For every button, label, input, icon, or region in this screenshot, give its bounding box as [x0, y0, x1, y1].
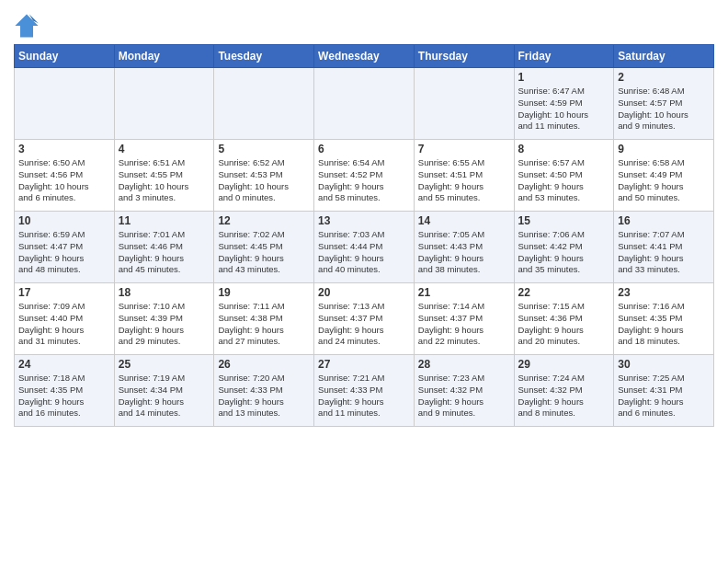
day-number: 15 — [518, 214, 610, 227]
day-cell: 17Sunrise: 7:09 AM Sunset: 4:40 PM Dayli… — [15, 283, 115, 355]
day-cell: 25Sunrise: 7:19 AM Sunset: 4:34 PM Dayli… — [114, 355, 214, 427]
day-info: Sunrise: 6:50 AM Sunset: 4:56 PM Dayligh… — [18, 157, 110, 204]
day-info: Sunrise: 6:59 AM Sunset: 4:47 PM Dayligh… — [18, 229, 110, 276]
day-info: Sunrise: 6:54 AM Sunset: 4:52 PM Dayligh… — [318, 157, 410, 204]
day-info: Sunrise: 7:03 AM Sunset: 4:44 PM Dayligh… — [318, 229, 410, 276]
day-info: Sunrise: 7:10 AM Sunset: 4:39 PM Dayligh… — [119, 301, 210, 348]
day-info: Sunrise: 7:25 AM Sunset: 4:31 PM Dayligh… — [618, 373, 710, 419]
day-cell: 8Sunrise: 6:57 AM Sunset: 4:50 PM Daylig… — [514, 140, 614, 212]
day-number: 27 — [318, 358, 410, 371]
day-info: Sunrise: 6:47 AM Sunset: 4:59 PM Dayligh… — [518, 86, 610, 132]
day-info: Sunrise: 6:51 AM Sunset: 4:55 PM Dayligh… — [119, 157, 210, 204]
day-number: 6 — [318, 143, 410, 155]
day-cell: 21Sunrise: 7:14 AM Sunset: 4:37 PM Dayli… — [414, 283, 514, 355]
day-number: 13 — [318, 214, 410, 227]
day-info: Sunrise: 7:11 AM Sunset: 4:38 PM Dayligh… — [218, 301, 310, 348]
weekday-header-tuesday: Tuesday — [214, 45, 314, 68]
day-cell: 18Sunrise: 7:10 AM Sunset: 4:39 PM Dayli… — [114, 283, 214, 355]
day-number: 24 — [18, 358, 110, 371]
day-cell: 2Sunrise: 6:48 AM Sunset: 4:57 PM Daylig… — [614, 68, 714, 140]
day-cell: 14Sunrise: 7:05 AM Sunset: 4:43 PM Dayli… — [414, 212, 514, 283]
day-cell: 3Sunrise: 6:50 AM Sunset: 4:56 PM Daylig… — [15, 140, 115, 212]
day-number: 20 — [318, 286, 410, 299]
day-cell: 6Sunrise: 6:54 AM Sunset: 4:52 PM Daylig… — [314, 140, 415, 212]
day-info: Sunrise: 7:21 AM Sunset: 4:33 PM Dayligh… — [318, 373, 410, 419]
day-number: 25 — [119, 358, 210, 371]
day-number: 4 — [119, 143, 210, 155]
day-cell: 27Sunrise: 7:21 AM Sunset: 4:33 PM Dayli… — [314, 355, 415, 427]
day-cell: 5Sunrise: 6:52 AM Sunset: 4:53 PM Daylig… — [214, 140, 314, 212]
day-cell — [15, 68, 115, 140]
day-info: Sunrise: 6:55 AM Sunset: 4:51 PM Dayligh… — [418, 157, 510, 204]
day-cell: 29Sunrise: 7:24 AM Sunset: 4:32 PM Dayli… — [514, 355, 614, 427]
day-info: Sunrise: 7:07 AM Sunset: 4:41 PM Dayligh… — [618, 229, 710, 276]
day-number: 26 — [218, 358, 310, 371]
day-cell: 19Sunrise: 7:11 AM Sunset: 4:38 PM Dayli… — [214, 283, 314, 355]
day-info: Sunrise: 7:24 AM Sunset: 4:32 PM Dayligh… — [518, 373, 610, 419]
day-cell: 24Sunrise: 7:18 AM Sunset: 4:35 PM Dayli… — [15, 355, 115, 427]
day-cell: 11Sunrise: 7:01 AM Sunset: 4:46 PM Dayli… — [114, 212, 214, 283]
day-cell — [314, 68, 415, 140]
day-number: 11 — [119, 214, 210, 227]
day-cell: 15Sunrise: 7:06 AM Sunset: 4:42 PM Dayli… — [514, 212, 614, 283]
day-info: Sunrise: 7:06 AM Sunset: 4:42 PM Dayligh… — [518, 229, 610, 276]
week-row-5: 24Sunrise: 7:18 AM Sunset: 4:35 PM Dayli… — [15, 355, 714, 427]
day-info: Sunrise: 7:09 AM Sunset: 4:40 PM Dayligh… — [18, 301, 110, 348]
day-number: 2 — [618, 71, 710, 84]
header — [14, 9, 714, 39]
day-cell: 10Sunrise: 6:59 AM Sunset: 4:47 PM Dayli… — [15, 212, 115, 283]
day-number: 8 — [518, 143, 610, 155]
day-number: 17 — [18, 286, 110, 299]
weekday-header-saturday: Saturday — [614, 45, 714, 68]
day-cell: 9Sunrise: 6:58 AM Sunset: 4:49 PM Daylig… — [614, 140, 714, 212]
day-cell: 4Sunrise: 6:51 AM Sunset: 4:55 PM Daylig… — [114, 140, 214, 212]
day-number: 9 — [618, 143, 710, 155]
day-number: 22 — [518, 286, 610, 299]
day-info: Sunrise: 6:57 AM Sunset: 4:50 PM Dayligh… — [518, 157, 610, 204]
day-info: Sunrise: 7:23 AM Sunset: 4:32 PM Dayligh… — [418, 373, 510, 419]
day-info: Sunrise: 7:01 AM Sunset: 4:46 PM Dayligh… — [119, 229, 210, 276]
weekday-header-friday: Friday — [514, 45, 614, 68]
svg-marker-0 — [15, 14, 38, 37]
day-info: Sunrise: 7:05 AM Sunset: 4:43 PM Dayligh… — [418, 229, 510, 276]
day-number: 3 — [18, 143, 110, 155]
day-cell: 16Sunrise: 7:07 AM Sunset: 4:41 PM Dayli… — [614, 212, 714, 283]
day-number: 1 — [518, 71, 610, 84]
day-number: 12 — [218, 214, 310, 227]
day-cell: 30Sunrise: 7:25 AM Sunset: 4:31 PM Dayli… — [614, 355, 714, 427]
day-cell — [214, 68, 314, 140]
day-number: 10 — [18, 214, 110, 227]
day-info: Sunrise: 6:52 AM Sunset: 4:53 PM Dayligh… — [218, 157, 310, 204]
day-number: 19 — [218, 286, 310, 299]
day-number: 28 — [418, 358, 510, 371]
day-cell: 22Sunrise: 7:15 AM Sunset: 4:36 PM Dayli… — [514, 283, 614, 355]
weekday-header-wednesday: Wednesday — [314, 45, 415, 68]
day-cell — [114, 68, 214, 140]
day-info: Sunrise: 7:15 AM Sunset: 4:36 PM Dayligh… — [518, 301, 610, 348]
weekday-header-sunday: Sunday — [15, 45, 115, 68]
day-number: 21 — [418, 286, 510, 299]
day-number: 7 — [418, 143, 510, 155]
day-number: 5 — [218, 143, 310, 155]
day-cell: 13Sunrise: 7:03 AM Sunset: 4:44 PM Dayli… — [314, 212, 415, 283]
day-info: Sunrise: 7:16 AM Sunset: 4:35 PM Dayligh… — [618, 301, 710, 348]
week-row-1: 1Sunrise: 6:47 AM Sunset: 4:59 PM Daylig… — [15, 68, 714, 140]
day-info: Sunrise: 6:58 AM Sunset: 4:49 PM Dayligh… — [618, 157, 710, 204]
day-cell: 23Sunrise: 7:16 AM Sunset: 4:35 PM Dayli… — [614, 283, 714, 355]
weekday-header-thursday: Thursday — [414, 45, 514, 68]
day-cell: 12Sunrise: 7:02 AM Sunset: 4:45 PM Dayli… — [214, 212, 314, 283]
day-cell — [414, 68, 514, 140]
day-cell: 7Sunrise: 6:55 AM Sunset: 4:51 PM Daylig… — [414, 140, 514, 212]
day-cell: 28Sunrise: 7:23 AM Sunset: 4:32 PM Dayli… — [414, 355, 514, 427]
logo-icon — [14, 13, 40, 39]
day-number: 18 — [119, 286, 210, 299]
page-container: SundayMondayTuesdayWednesdayThursdayFrid… — [0, 0, 728, 436]
weekday-header-monday: Monday — [114, 45, 214, 68]
day-info: Sunrise: 7:13 AM Sunset: 4:37 PM Dayligh… — [318, 301, 410, 348]
day-number: 30 — [618, 358, 710, 371]
logo — [14, 13, 43, 39]
week-row-4: 17Sunrise: 7:09 AM Sunset: 4:40 PM Dayli… — [15, 283, 714, 355]
day-number: 23 — [618, 286, 710, 299]
week-row-3: 10Sunrise: 6:59 AM Sunset: 4:47 PM Dayli… — [15, 212, 714, 283]
day-number: 14 — [418, 214, 510, 227]
